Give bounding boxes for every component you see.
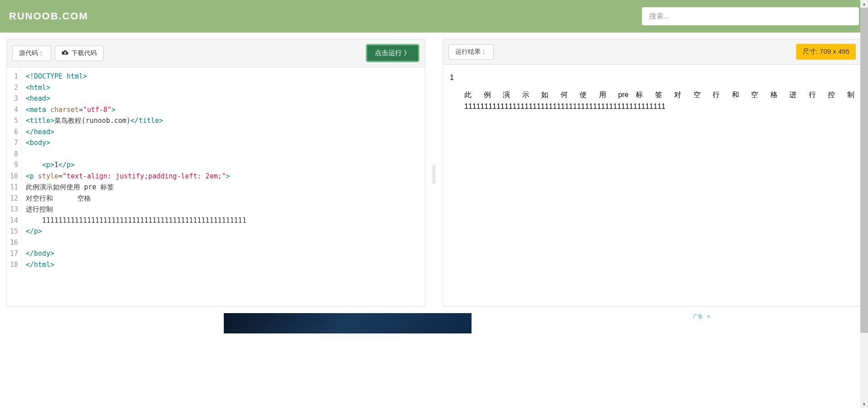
source-left-buttons: 源代码： 下载代码 [12, 46, 104, 61]
main-container: 源代码： 下载代码 点击运行 》 12345678910111213141516… [0, 33, 868, 313]
source-panel-header: 源代码： 下载代码 点击运行 》 [7, 39, 425, 67]
download-label: 下载代码 [71, 49, 97, 57]
ad-container: 广告 × [0, 313, 868, 333]
result-output: 1 此 例 演 示 如 何 使 用 pre 标 签 对 空 行 和 空 格 进 … [443, 65, 861, 121]
site-logo[interactable]: RUNOOB.COM [9, 10, 88, 22]
splitter-handle-icon [433, 165, 435, 183]
source-label-button[interactable]: 源代码： [12, 46, 51, 61]
code-editor[interactable]: 123456789101112131415161718 <!DOCTYPE ht… [7, 67, 425, 274]
panel-splitter[interactable] [432, 39, 436, 307]
download-button[interactable]: 下载代码 [55, 46, 104, 61]
result-panel-header: 运行结果： 尺寸: 709 x 495 [443, 39, 861, 65]
ad-close-icon[interactable]: × [707, 313, 710, 320]
line-gutter: 123456789101112131415161718 [7, 67, 21, 274]
result-p1: 1 [450, 74, 854, 82]
cloud-download-icon [61, 49, 69, 57]
scrollbar-thumb[interactable] [860, 8, 868, 333]
vertical-scrollbar[interactable]: ▲ ▼ [860, 0, 868, 333]
search-input[interactable] [642, 7, 859, 25]
code-body[interactable]: <!DOCTYPE html><html><head><meta charset… [21, 67, 251, 274]
result-p2: 此 例 演 示 如 何 使 用 pre 标 签 对 空 行 和 空 格 进 行 … [450, 89, 854, 112]
scroll-up-icon[interactable]: ▲ [860, 0, 868, 8]
ad-label: 广告 [693, 313, 703, 320]
ad-banner[interactable] [224, 313, 472, 333]
run-button[interactable]: 点击运行 》 [366, 44, 420, 62]
result-label-button[interactable]: 运行结果： [448, 44, 494, 60]
source-panel: 源代码： 下载代码 点击运行 》 12345678910111213141516… [6, 39, 425, 307]
size-badge: 尺寸: 709 x 495 [796, 44, 856, 60]
page-header: RUNOOB.COM [0, 0, 868, 33]
result-panel: 运行结果： 尺寸: 709 x 495 1 此 例 演 示 如 何 使 用 pr… [443, 39, 862, 307]
